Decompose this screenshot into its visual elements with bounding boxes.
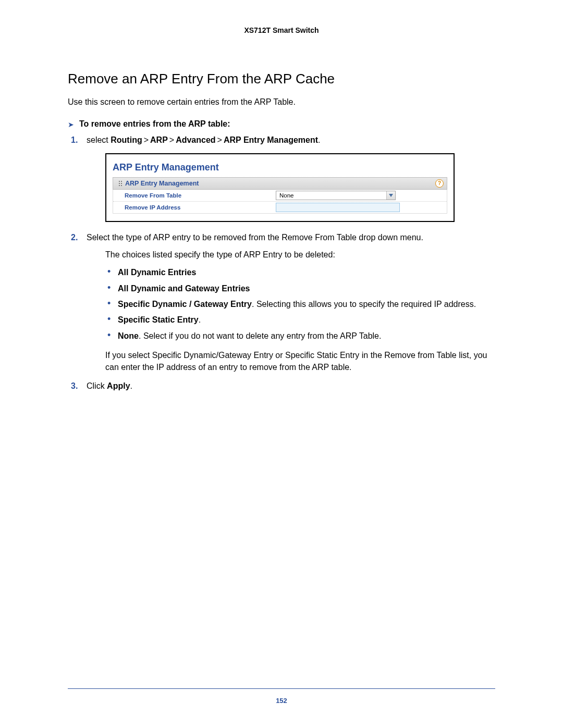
- step-2-subintro: The choices listed specify the type of A…: [105, 249, 495, 261]
- running-header: XS712T Smart Switch: [68, 26, 495, 34]
- nav-sep: >: [168, 135, 176, 144]
- bullet-label: Specific Static Entry: [118, 315, 199, 324]
- remove-from-table-select[interactable]: None: [276, 191, 396, 200]
- step-text: select Routing>ARP>Advanced>ARP Entry Ma…: [87, 135, 320, 144]
- bullet-specific-static: Specific Static Entry.: [105, 314, 495, 326]
- drag-grip-icon: [118, 180, 122, 186]
- bullet-dot: .: [199, 315, 201, 324]
- remove-ip-address-input[interactable]: [276, 203, 400, 212]
- chevron-down-icon: [386, 191, 395, 200]
- step-number: 3.: [71, 380, 78, 392]
- nav-advanced: Advanced: [176, 135, 215, 144]
- bullet-rest: . Select if you do not want to delete an…: [139, 331, 381, 340]
- procedure-label: To remove entries from the ARP table:: [79, 119, 230, 129]
- arp-entry-type-list: All Dynamic Entries All Dynamic and Gate…: [105, 267, 495, 342]
- page-number: 152: [0, 697, 563, 705]
- bullet-label: All Dynamic and Gateway Entries: [118, 284, 250, 293]
- step-2: 2. Select the type of ARP entry to be re…: [68, 231, 495, 374]
- remove-from-table-label: Remove From Table: [113, 191, 276, 200]
- panel-subheader: ARP Entry Management ?: [113, 177, 447, 190]
- intro-paragraph: Use this screen to remove certain entrie…: [68, 96, 495, 108]
- bullet-all-dynamic-gateway: All Dynamic and Gateway Entries: [105, 283, 495, 294]
- step-3-dot: .: [130, 381, 132, 390]
- step-3: 3. Click Apply.: [68, 380, 495, 392]
- panel-subheader-text: ARP Entry Management: [125, 179, 199, 188]
- remove-ip-address-label: Remove IP Address: [113, 203, 276, 212]
- nav-arp-entry-management: ARP Entry Management: [224, 135, 318, 144]
- step-1: 1. select Routing>ARP>Advanced>ARP Entry…: [68, 134, 495, 222]
- chevron-right-icon: ➤: [68, 120, 74, 129]
- step-2-outro: If you select Specific Dynamic/Gateway E…: [105, 349, 495, 373]
- nav-routing: Routing: [111, 135, 142, 144]
- steps-list: 1. select Routing>ARP>Advanced>ARP Entry…: [68, 134, 495, 392]
- help-icon[interactable]: ?: [435, 179, 444, 188]
- nav-sep: >: [216, 135, 224, 144]
- nav-sep: >: [142, 135, 150, 144]
- bullet-label: All Dynamic Entries: [118, 268, 196, 277]
- step-3-text: Click Apply.: [87, 381, 132, 390]
- bullet-none: None. Select if you do not want to delet…: [105, 330, 495, 342]
- bullet-all-dynamic: All Dynamic Entries: [105, 267, 495, 278]
- remove-from-table-row: Remove From Table None: [113, 190, 447, 201]
- step-1-prefix: select: [87, 135, 111, 144]
- step-number: 2.: [71, 231, 78, 243]
- step-2-text: Select the type of ARP entry to be remov…: [87, 233, 423, 242]
- step-1-dot: .: [318, 135, 320, 144]
- document-page: XS712T Smart Switch Remove an ARP Entry …: [0, 0, 563, 728]
- bullet-rest: . Selecting this allows you to specify t…: [252, 300, 476, 309]
- remove-from-table-value: None: [279, 191, 294, 200]
- bullet-label: Specific Dynamic / Gateway Entry: [118, 300, 252, 309]
- step-number: 1.: [71, 134, 78, 146]
- panel-title: ARP Entry Management: [113, 161, 447, 174]
- nav-arp: ARP: [150, 135, 168, 144]
- section-heading: Remove an ARP Entry From the ARP Cache: [68, 71, 495, 87]
- step-3-prefix: Click: [87, 381, 107, 390]
- bullet-specific-dynamic-gateway: Specific Dynamic / Gateway Entry. Select…: [105, 299, 495, 310]
- bullet-label: None: [118, 331, 139, 340]
- procedure-heading: ➤ To remove entries from the ARP table:: [68, 119, 495, 129]
- remove-ip-address-row: Remove IP Address: [113, 201, 447, 213]
- apply-action: Apply: [107, 381, 130, 390]
- footer-rule: [68, 688, 495, 689]
- arp-entry-management-panel: ARP Entry Management ARP Entry Managemen…: [105, 153, 455, 222]
